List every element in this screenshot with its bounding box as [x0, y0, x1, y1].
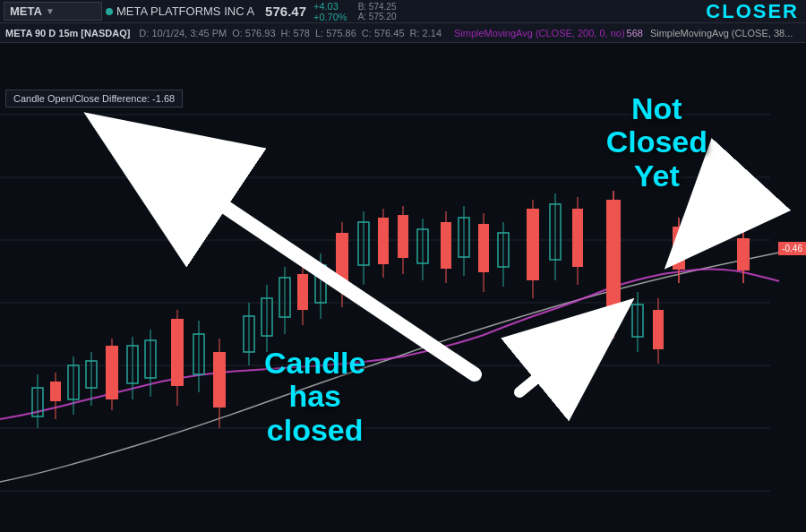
- svg-rect-42: [378, 218, 389, 264]
- svg-rect-60: [572, 209, 583, 267]
- price-change-value: +4.03: [313, 1, 347, 12]
- svg-rect-44: [398, 215, 408, 258]
- svg-rect-22: [171, 319, 184, 386]
- not-closed-annotation: NotClosedYet: [606, 92, 707, 193]
- low-label: L: 575.86: [315, 28, 356, 39]
- top-bar: META ▼ META PLATFORMS INC A 576.47 +4.03…: [0, 0, 806, 23]
- current-price: 576.47: [265, 4, 306, 19]
- open-label: O: 576.93: [232, 28, 275, 39]
- price-change-pct: +0.70%: [313, 12, 347, 22]
- chart-area: Candle Open/Close Difference: -1.68: [0, 43, 806, 532]
- price-label: -0.46: [778, 242, 806, 255]
- svg-line-76: [519, 312, 618, 392]
- chart-title: META 90 D 15m [NASDAQ]: [5, 28, 130, 39]
- svg-rect-52: [478, 224, 489, 272]
- candle-closed-annotation: Candlehasclosed: [264, 347, 365, 447]
- svg-rect-26: [213, 352, 226, 408]
- close-label: C: 576.45: [362, 28, 405, 39]
- symbol-text: META: [10, 4, 42, 18]
- date-label: D: 10/1/24, 3:45 PM: [139, 28, 227, 39]
- svg-rect-34: [297, 274, 308, 310]
- sma2-label: SimpleMovingAvg (CLOSE, 38...: [650, 28, 793, 39]
- live-dot: [106, 8, 113, 15]
- bid-price: B: 574.25: [358, 2, 397, 12]
- svg-rect-66: [653, 310, 664, 349]
- info-box-text: Candle Open/Close Difference: -1.68: [13, 93, 175, 104]
- sma1-label: SimpleMovingAvg (CLOSE, 200, 0, no): [454, 28, 625, 39]
- high-label: H: 578: [281, 28, 310, 39]
- chart-info-bar: META 90 D 15m [NASDAQ] D: 10/1/24, 3:45 …: [0, 23, 806, 43]
- symbol-box[interactable]: META ▼: [4, 2, 102, 21]
- svg-rect-70: [737, 238, 750, 270]
- info-box: Candle Open/Close Difference: -1.68: [5, 90, 183, 107]
- svg-rect-62: [606, 200, 621, 314]
- bid-ask: B: 574.25 A: 575.20: [358, 2, 397, 21]
- svg-rect-16: [106, 346, 118, 399]
- sma1-value: 568: [627, 28, 643, 39]
- ask-price: A: 575.20: [358, 12, 397, 21]
- dropdown-arrow-icon[interactable]: ▼: [46, 6, 55, 16]
- svg-rect-48: [441, 222, 451, 269]
- svg-rect-56: [527, 209, 539, 280]
- closer-label: CLOSER: [706, 0, 799, 23]
- range-label: R: 2.14: [410, 28, 442, 39]
- svg-rect-10: [50, 382, 61, 401]
- svg-line-74: [107, 128, 475, 374]
- company-name: META PLATFORMS INC A: [116, 4, 254, 18]
- price-change: +4.03 +0.70%: [313, 1, 347, 22]
